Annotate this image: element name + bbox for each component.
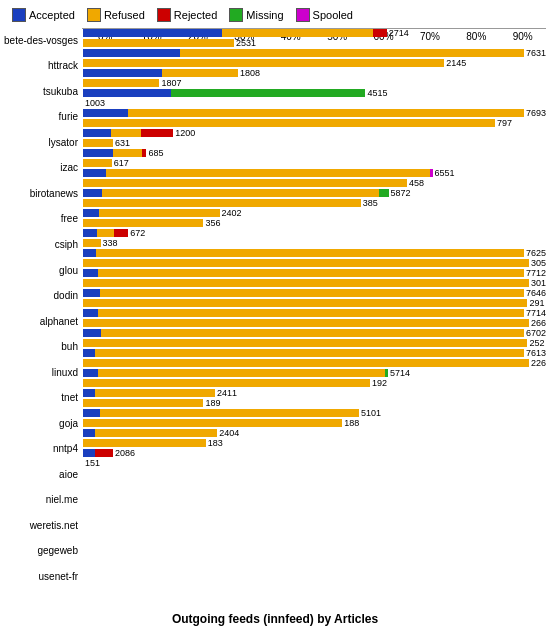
bar-bot-value: 252 bbox=[529, 338, 544, 348]
bar-line-bot: 266 bbox=[83, 319, 546, 327]
accepted-segment bbox=[83, 209, 99, 217]
bot-refused-segment bbox=[83, 379, 370, 387]
y-label: linuxd bbox=[4, 368, 78, 378]
bar-line-top: 2086 bbox=[83, 449, 546, 457]
bot-refused-segment bbox=[83, 439, 206, 447]
bar-line-bot: 617 bbox=[83, 159, 546, 167]
accepted-segment bbox=[83, 129, 111, 137]
bar-row: 5714192 bbox=[83, 368, 546, 388]
refused-segment bbox=[97, 229, 115, 237]
accepted-segment bbox=[83, 29, 222, 37]
bot-refused-segment bbox=[83, 279, 529, 287]
bot-refused-segment bbox=[83, 239, 101, 247]
bar-row: 2404183 bbox=[83, 428, 546, 448]
refused-segment bbox=[95, 389, 215, 397]
bar-top-value: 7712 bbox=[526, 268, 546, 278]
bar-group: 5872385 bbox=[83, 188, 546, 208]
spooled-segment bbox=[430, 169, 432, 177]
bar-line-top: 7712 bbox=[83, 269, 546, 277]
bar-line-top: 1200 bbox=[83, 129, 546, 137]
accepted-segment bbox=[83, 329, 101, 337]
bar-line-bot: 631 bbox=[83, 139, 546, 147]
y-label: nntp4 bbox=[4, 444, 78, 454]
bar-line-top: 685 bbox=[83, 149, 546, 157]
bar-row: 2086151 bbox=[83, 448, 546, 468]
bar-top-value: 7714 bbox=[526, 308, 546, 318]
accepted-segment bbox=[83, 69, 162, 77]
accepted-icon bbox=[12, 8, 26, 22]
bar-bot-value: 192 bbox=[372, 378, 387, 388]
bar-line-top: 7613 bbox=[83, 349, 546, 357]
refused-segment bbox=[180, 49, 524, 57]
y-label: tsukuba bbox=[4, 87, 78, 97]
y-label: httrack bbox=[4, 61, 78, 71]
bar-line-bot: 189 bbox=[83, 399, 546, 407]
bar-row: 2402356 bbox=[83, 208, 546, 228]
accepted-segment bbox=[83, 309, 98, 317]
bar-line-bot: 301 bbox=[83, 279, 546, 287]
bar-group: 6551458 bbox=[83, 168, 546, 188]
y-label: usenet-fr bbox=[4, 572, 78, 582]
bot-refused-segment bbox=[83, 139, 113, 147]
bar-row: 7625305 bbox=[83, 248, 546, 268]
bar-row: 18081807 bbox=[83, 68, 546, 88]
bar-group: 2086151 bbox=[83, 448, 546, 468]
refused-segment bbox=[95, 349, 524, 357]
bar-line-bot: 797 bbox=[83, 119, 546, 127]
bar-top-value: 685 bbox=[148, 148, 163, 158]
missing-segment bbox=[171, 89, 365, 97]
bar-row: 7712301 bbox=[83, 268, 546, 288]
rejected-segment bbox=[142, 149, 147, 157]
bar-line-bot: 305 bbox=[83, 259, 546, 267]
bot-refused-segment bbox=[83, 59, 444, 67]
rejected-segment bbox=[95, 449, 114, 457]
bar-line-top: 672 bbox=[83, 229, 546, 237]
legend-accepted: Accepted bbox=[12, 8, 75, 22]
bar-line-top: 2402 bbox=[83, 209, 546, 217]
legend: Accepted Refused Rejected Missing Spoole… bbox=[4, 8, 546, 22]
bar-bot-value: 189 bbox=[205, 398, 220, 408]
bar-line-top: 2411 bbox=[83, 389, 546, 397]
bar-bot-value: 183 bbox=[208, 438, 223, 448]
y-label: furie bbox=[4, 112, 78, 122]
bar-bot-value: 2531 bbox=[236, 38, 256, 48]
bar-line-bot: 1807 bbox=[83, 79, 546, 87]
bar-group: 2411189 bbox=[83, 388, 546, 408]
bar-line-bot: 1003 bbox=[83, 99, 546, 107]
missing-icon bbox=[229, 8, 243, 22]
bar-group: 5101188 bbox=[83, 408, 546, 428]
bot-refused-segment bbox=[83, 179, 407, 187]
bar-line-top: 2714 bbox=[83, 29, 546, 37]
bar-row: 76312145 bbox=[83, 48, 546, 68]
y-labels: bete-des-vosgeshttracktsukubafurielysato… bbox=[4, 28, 82, 610]
bars-grid: 2714253176312145180818074515100376937971… bbox=[82, 28, 546, 29]
bot-refused-segment bbox=[83, 39, 234, 47]
bot-refused-segment bbox=[83, 339, 527, 347]
y-label: csiph bbox=[4, 240, 78, 250]
bar-group: 2404183 bbox=[83, 428, 546, 448]
bar-bot-value: 338 bbox=[103, 238, 118, 248]
bar-row: 6702252 bbox=[83, 328, 546, 348]
bar-row: 672338 bbox=[83, 228, 546, 248]
bar-line-bot: 183 bbox=[83, 439, 546, 447]
bot-refused-segment bbox=[83, 219, 203, 227]
refused-segment bbox=[102, 189, 380, 197]
bar-row: 7646291 bbox=[83, 288, 546, 308]
missing-segment bbox=[379, 189, 388, 197]
refused-segment bbox=[98, 369, 385, 377]
chart-title: Outgoing feeds (innfeed) by Articles bbox=[4, 612, 546, 626]
bar-bot-value: 305 bbox=[531, 258, 546, 268]
bar-row: 7693797 bbox=[83, 108, 546, 128]
bar-top-value: 4515 bbox=[367, 88, 387, 98]
bot-refused-segment bbox=[83, 79, 159, 87]
bar-line-bot: 385 bbox=[83, 199, 546, 207]
bar-group: 685617 bbox=[83, 148, 546, 168]
bar-top-value: 5872 bbox=[391, 188, 411, 198]
accepted-segment bbox=[83, 289, 100, 297]
refused-segment bbox=[98, 309, 524, 317]
bar-top-value: 6702 bbox=[526, 328, 546, 338]
y-label: niel.me bbox=[4, 495, 78, 505]
bar-group: 672338 bbox=[83, 228, 546, 248]
missing-label: Missing bbox=[246, 9, 283, 21]
bar-bot-value: 1807 bbox=[161, 78, 181, 88]
